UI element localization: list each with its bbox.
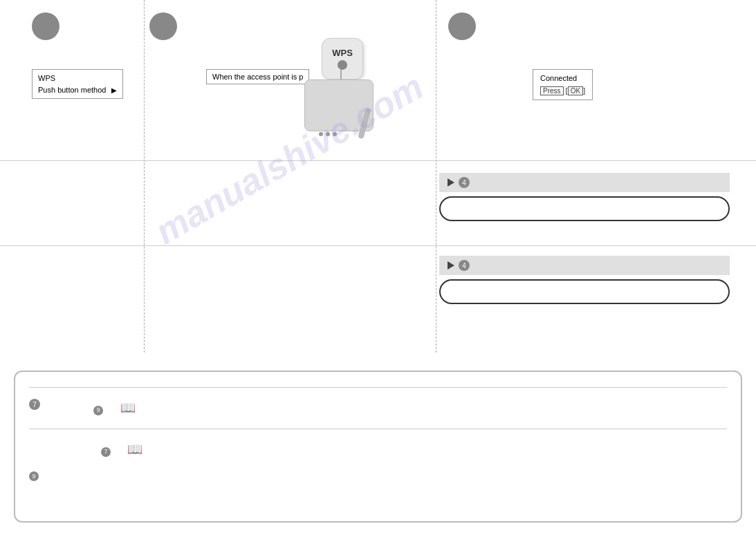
bottom-note-num-7-1: 7 xyxy=(29,399,40,410)
router-body xyxy=(304,79,374,131)
horizontal-divider-2 xyxy=(0,245,756,246)
play-icon-2 xyxy=(448,261,454,270)
connected-label: Connected xyxy=(540,73,585,85)
vertical-divider-2 xyxy=(436,0,436,353)
access-point-box: When the access point is p xyxy=(206,69,309,84)
bottom-divider-mid xyxy=(29,429,727,429)
note-number-1: 4 xyxy=(459,177,470,188)
note-group-2: 4 xyxy=(439,256,730,314)
note-group-1: 4 xyxy=(439,173,730,231)
step-circle-2 xyxy=(149,12,177,40)
small-number-7-2: 7 xyxy=(101,447,111,457)
note-number-2: 4 xyxy=(459,260,470,271)
router-antenna xyxy=(358,108,371,140)
step-circle-3 xyxy=(448,12,476,40)
wps-label-line1: WPS xyxy=(38,73,117,84)
note-header-1: 4 xyxy=(439,173,730,192)
connected-box: Connected Press [OK] xyxy=(533,69,593,100)
ok-key: OK xyxy=(568,86,583,95)
note-header-2: 4 xyxy=(439,256,730,275)
router-lights xyxy=(319,132,337,136)
book-icon-2: 📖 xyxy=(127,440,142,459)
bottom-note-text-2: 7 📖 xyxy=(29,440,727,459)
watermark: manualshive.com xyxy=(148,66,430,252)
book-icon-1: 📖 xyxy=(120,399,136,417)
bottom-row-1: 7 9 📖 xyxy=(29,393,727,423)
wps-button-icon: WPS xyxy=(322,38,363,79)
wps-dot xyxy=(338,60,347,70)
wps-arrow-icon: ▶ xyxy=(111,85,117,95)
bottom-row-2: 7 📖 xyxy=(29,435,727,464)
router-light-2 xyxy=(326,132,330,136)
wps-device-illustration: WPS xyxy=(297,38,387,135)
bottom-divider-top xyxy=(29,387,727,388)
play-icon-1 xyxy=(448,178,454,187)
press-ok-label: Press [OK] xyxy=(540,85,585,97)
router-light-1 xyxy=(319,132,323,136)
step-circle-1 xyxy=(32,12,59,40)
bottom-section: 7 9 📖 7 📖 9 xyxy=(14,370,742,523)
main-content: WPS Push button method ▶ When the access… xyxy=(0,0,756,353)
bottom-note-text-1: 9 📖 xyxy=(47,399,727,417)
vertical-divider-1 xyxy=(144,0,145,353)
note-pill-1 xyxy=(439,196,730,221)
horizontal-divider-1 xyxy=(0,160,756,161)
small-number-9-1: 9 xyxy=(93,406,103,415)
wps-label-box: WPS Push button method ▶ xyxy=(32,69,123,99)
note-pill-2 xyxy=(439,279,730,304)
small-number-9-2: 9 xyxy=(29,471,39,481)
router-light-3 xyxy=(333,132,337,136)
wps-label-line2: Push button method ▶ xyxy=(38,84,117,96)
